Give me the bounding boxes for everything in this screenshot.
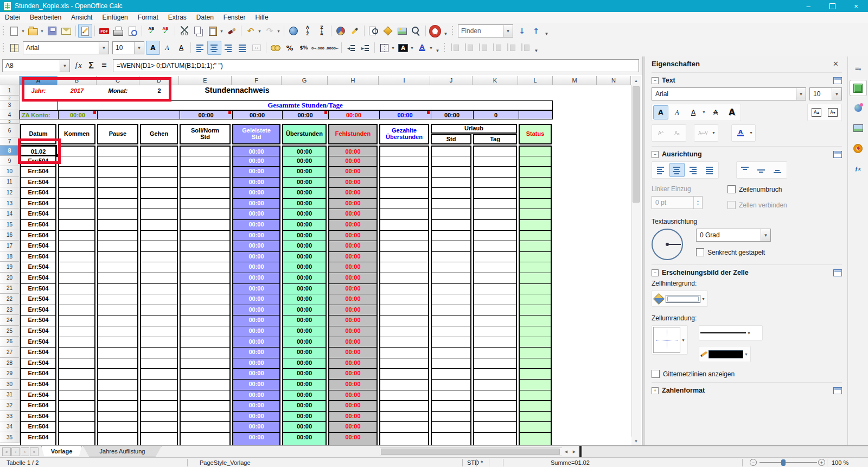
increase-indent-button[interactable] <box>358 41 372 55</box>
new-document-dropdown[interactable]: ▼ <box>20 24 26 37</box>
menu-datei[interactable]: Datei <box>0 12 25 22</box>
paste-dropdown[interactable]: ▼ <box>219 24 225 37</box>
format-paintbrush-button[interactable] <box>225 24 239 38</box>
align-top-button[interactable] <box>738 163 753 177</box>
find-next-button[interactable] <box>515 24 529 38</box>
show-gridlines-checkbox[interactable] <box>652 370 660 378</box>
row-header-1[interactable]: 1 <box>0 85 20 96</box>
cell-A16[interactable]: Err:504 <box>21 230 55 241</box>
cell-H17[interactable]: 00:00 <box>329 241 376 251</box>
cell-F13[interactable]: 00:00 <box>233 198 279 209</box>
row-header-5[interactable]: 5 <box>0 119 20 124</box>
cell-A24[interactable]: Err:504 <box>21 315 55 326</box>
sum-button[interactable]: Σ <box>85 60 98 72</box>
scroll-left-icon[interactable]: ◀ <box>562 447 570 456</box>
border-line-style-select[interactable]: ▼ <box>699 325 763 340</box>
cell-H27[interactable]: 00:00 <box>329 347 376 358</box>
cell-F33[interactable]: 00:00 <box>233 411 279 422</box>
rotation-degrees-select[interactable]: 0 Grad ▼ <box>696 229 771 242</box>
row-header-22[interactable]: 22 <box>0 294 20 305</box>
cell-A27[interactable]: Err:504 <box>21 347 55 358</box>
auto-spellcheck-button[interactable] <box>158 24 173 38</box>
italic-button[interactable] <box>160 41 174 55</box>
insert-chart-button[interactable] <box>334 24 348 38</box>
column-header-M[interactable]: M <box>553 76 597 85</box>
align-middle-button[interactable] <box>754 163 769 177</box>
cell-H12[interactable]: 00:00 <box>329 187 376 198</box>
cell-H28[interactable]: 00:00 <box>329 358 376 369</box>
row-header-12[interactable]: 12 <box>0 187 20 198</box>
cell-A13[interactable]: Err:504 <box>21 198 55 209</box>
gallery-button[interactable] <box>395 24 409 38</box>
sidebar-underline-button[interactable] <box>686 105 701 119</box>
cell-F22[interactable]: 00:00 <box>233 294 279 305</box>
zoom-out-button[interactable]: − <box>750 459 757 466</box>
cell-G24[interactable]: 00:00 <box>283 315 326 326</box>
cell-A20[interactable]: Err:504 <box>21 273 55 283</box>
paste-button[interactable] <box>206 24 220 38</box>
column-D-data[interactable] <box>140 146 178 445</box>
border-picker[interactable] <box>653 327 680 353</box>
sidebar-tab-functions[interactable]: ƒx <box>850 160 867 176</box>
collapse-alignment-section-icon[interactable]: − <box>652 151 659 158</box>
find-text-input-dropdown-icon[interactable]: ▼ <box>503 25 513 37</box>
cell-G16[interactable]: 00:00 <box>283 230 326 241</box>
justify-button[interactable] <box>235 41 250 55</box>
toolbar-grip[interactable] <box>443 42 446 53</box>
percent-format-button[interactable] <box>283 41 297 55</box>
cell-F21[interactable]: 00:00 <box>233 283 279 294</box>
align-objects-left-button[interactable] <box>448 41 462 55</box>
subscript-button[interactable]: Aₐ <box>669 126 685 140</box>
text-orientation-dial[interactable] <box>652 229 683 260</box>
row-header-20[interactable]: 20 <box>0 273 20 283</box>
cell-F20[interactable]: 00:00 <box>233 273 279 283</box>
cell-A14[interactable]: Err:504 <box>21 209 55 219</box>
export-pdf-button[interactable] <box>97 24 111 38</box>
cell-F23[interactable]: 00:00 <box>233 305 279 315</box>
sidebar-tab-navigator[interactable] <box>850 140 867 156</box>
row-header-35[interactable]: 35 <box>0 432 20 443</box>
cell-H29[interactable]: 00:00 <box>329 368 376 379</box>
hyperlink-button[interactable] <box>286 24 301 38</box>
menu-fenster[interactable]: Fenster <box>219 12 251 22</box>
cell-G9[interactable]: 00:00 <box>283 156 326 166</box>
sidebar-tab-styles[interactable] <box>850 100 867 116</box>
row-header-3[interactable]: 3 <box>0 100 20 110</box>
column-F-data[interactable]: 00:0000:0000:0000:0000:0000:0000:0000:00… <box>232 146 280 445</box>
row-header-14[interactable]: 14 <box>0 209 20 219</box>
sidebar-font-color-dropdown[interactable]: ▼ <box>748 126 754 139</box>
align-objects-middle-button[interactable] <box>505 41 519 55</box>
cell-H11[interactable]: 00:00 <box>329 177 376 188</box>
row-header-2[interactable]: 2 <box>0 96 20 100</box>
cell-F16[interactable]: 00:00 <box>233 230 279 241</box>
table-header-kommen[interactable]: Kommen <box>58 124 95 144</box>
align-right-button[interactable] <box>221 41 235 55</box>
row-header-16[interactable]: 16 <box>0 230 20 241</box>
column-E-data[interactable] <box>180 146 231 445</box>
window-split-handle[interactable] <box>579 446 582 458</box>
cell-A25[interactable]: Err:504 <box>21 326 55 337</box>
edit-mode-button[interactable] <box>78 24 92 38</box>
row-header-15[interactable]: 15 <box>0 219 20 230</box>
sidebar-font-name-select[interactable]: Arial ▼ <box>652 87 806 100</box>
sidebar-bold-button[interactable] <box>653 105 668 119</box>
sidebar-justify-button[interactable] <box>702 163 717 177</box>
cell-H19[interactable]: 00:00 <box>329 262 376 273</box>
merge-cells-button[interactable] <box>250 41 264 55</box>
currency-format-button[interactable] <box>269 41 283 55</box>
formatbar-overflow[interactable]: ▼ <box>434 40 441 55</box>
expand-number-format-section-icon[interactable]: + <box>652 387 659 394</box>
redo-button[interactable] <box>263 24 277 38</box>
scroll-down-icon[interactable]: ▼ <box>631 437 641 445</box>
cell-H20[interactable]: 00:00 <box>329 273 376 283</box>
navigator-button[interactable] <box>381 24 395 38</box>
za-konto-label[interactable]: ZA Konto: <box>21 111 58 119</box>
left-indent-spin-icons[interactable]: ▲▼ <box>693 197 702 209</box>
align-objects-right-button[interactable] <box>476 41 490 55</box>
summary-heading-cell[interactable]: Gesammte Stunden/Tage <box>58 100 553 110</box>
row-header-34[interactable]: 34 <box>0 421 20 432</box>
za-value-j4[interactable]: 00:00 <box>431 111 473 119</box>
character-spacing-button[interactable]: A↔V <box>695 126 711 140</box>
cell-H30[interactable]: 00:00 <box>329 379 376 390</box>
background-color-button[interactable] <box>396 41 410 55</box>
